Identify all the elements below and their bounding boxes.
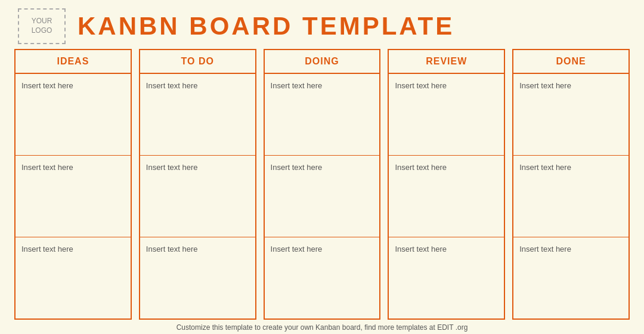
logo-line2: LOGO (32, 26, 52, 36)
column-review: REVIEWInsert text hereInsert text hereIn… (388, 49, 505, 320)
card-done-2[interactable]: Insert text here (513, 237, 628, 318)
column-header-doing: DOING (265, 50, 380, 74)
card-done-0[interactable]: Insert text here (513, 74, 628, 156)
logo-line1: YOUR (32, 17, 52, 26)
footer-text: Customize this template to create your o… (177, 320, 468, 334)
column-done: DONEInsert text hereInsert text hereInse… (512, 49, 630, 320)
card-ideas-2[interactable]: Insert text here (16, 237, 131, 318)
card-review-0[interactable]: Insert text here (389, 74, 504, 156)
kanban-board: IDEASInsert text hereInsert text hereIns… (0, 49, 644, 320)
card-ideas-0[interactable]: Insert text here (16, 74, 131, 156)
card-todo-1[interactable]: Insert text here (140, 156, 255, 237)
column-doing: DOINGInsert text hereInsert text hereIns… (264, 49, 381, 320)
header: YOUR LOGO KANBN BOARD TEMPLATE (0, 0, 644, 49)
column-header-review: REVIEW (389, 50, 504, 74)
card-review-2[interactable]: Insert text here (389, 237, 504, 318)
card-doing-0[interactable]: Insert text here (265, 74, 380, 156)
card-todo-0[interactable]: Insert text here (140, 74, 255, 156)
logo-box: YOUR LOGO (18, 8, 66, 44)
column-header-done: DONE (513, 50, 628, 74)
column-header-todo: TO DO (140, 50, 255, 74)
column-ideas: IDEASInsert text hereInsert text hereIns… (14, 49, 132, 320)
card-doing-2[interactable]: Insert text here (265, 237, 380, 318)
card-done-1[interactable]: Insert text here (513, 156, 628, 237)
column-todo: TO DOInsert text hereInsert text hereIns… (139, 49, 256, 320)
card-todo-2[interactable]: Insert text here (140, 237, 255, 318)
card-doing-1[interactable]: Insert text here (265, 156, 380, 237)
column-header-ideas: IDEAS (16, 50, 131, 74)
card-ideas-1[interactable]: Insert text here (16, 156, 131, 237)
page-title: KANBN BOARD TEMPLATE (78, 12, 454, 41)
card-review-1[interactable]: Insert text here (389, 156, 504, 237)
